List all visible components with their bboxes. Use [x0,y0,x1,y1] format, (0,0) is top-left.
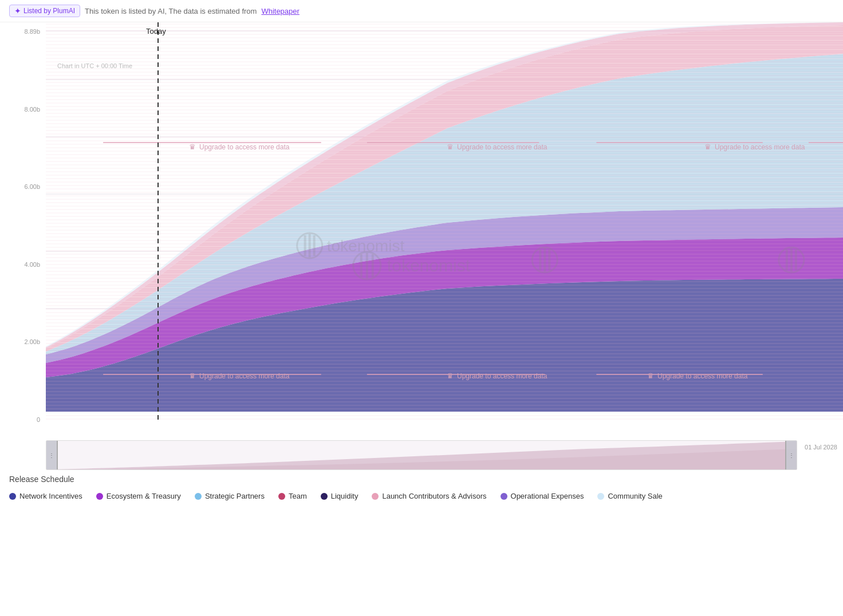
upgrade-text-5: Upgrade to access more data [457,372,547,380]
upgrade-text-6: Upgrade to access more data [657,372,747,380]
svg-text:tokenomist: tokenomist [387,256,471,275]
x-label-jul2028: 01 Jul 2028 [805,444,837,451]
legend-item: Strategic Partners [195,492,265,500]
top-bar-description: This token is listed by AI, The data is … [85,7,257,15]
legend-dot [321,493,328,500]
legend-dot [9,493,16,500]
upgrade-text-2: Upgrade to access more data [457,143,547,151]
legend-dot [195,493,202,500]
legend-label: Liquidity [331,492,359,500]
legend-label: Ecosystem & Treasury [107,492,181,500]
legend-item: Liquidity [321,492,359,500]
mini-handle-right[interactable]: ⋮ [785,441,797,469]
stripe-overlay [46,22,843,420]
upgrade-banner-3[interactable]: Upgrade to access more data [704,143,805,151]
release-schedule-label: Release Schedule [0,469,843,487]
chart-area: tokenomist tokenomist [46,22,843,440]
y-label-6b: 6.00b [0,183,40,190]
upgrade-banner-5[interactable]: Upgrade to access more data [447,372,547,380]
y-label-8_89b: 8.89b [0,28,40,35]
badge-label: Listed by PlumAI [23,7,75,15]
upgrade-text-1: Upgrade to access more data [199,143,289,151]
y-label-4b: 4.00b [0,261,40,268]
legend-container: Network Incentives Ecosystem & Treasury … [0,487,843,505]
mini-handle-left[interactable]: ⋮ [46,441,58,469]
chart-container: 8.89b 8.00b 6.00b 4.00b 2.00b 0 [0,22,843,469]
legend-dot [597,493,604,500]
chart-svg: tokenomist tokenomist [46,22,843,420]
legend-dot [278,493,285,500]
upgrade-banner-2[interactable]: Upgrade to access more data [447,143,547,151]
legend-item: Ecosystem & Treasury [96,492,181,500]
y-axis: 8.89b 8.00b 6.00b 4.00b 2.00b 0 [0,22,46,440]
legend-item: Operational Expenses [501,492,584,500]
legend-item: Network Incentives [9,492,82,500]
whitepaper-link[interactable]: Whitepaper [261,7,299,15]
plum-icon: ✦ [14,6,21,15]
today-label: Today [146,27,166,35]
upgrade-text-3: Upgrade to access more data [715,143,805,151]
upgrade-banner-4[interactable]: Upgrade to access more data [189,372,289,380]
y-label-8b: 8.00b [0,106,40,113]
y-label-2b: 2.00b [0,338,40,345]
mini-chart[interactable]: ⋮ ⋮ [46,440,797,470]
upgrade-banner-6[interactable]: Upgrade to access more data [647,372,747,380]
today-line [157,22,159,420]
y-label-0: 0 [0,416,40,423]
legend-label: Strategic Partners [205,492,265,500]
legend-label: Operational Expenses [511,492,584,500]
upgrade-banner-1[interactable]: Upgrade to access more data [189,143,289,151]
legend-label: Network Incentives [19,492,82,500]
legend-item: Community Sale [597,492,662,500]
plum-ai-badge[interactable]: ✦ Listed by PlumAI [9,5,80,17]
watermark-1: tokenomist [297,233,405,258]
chart-timezone-label: Chart in UTC + 00:00 Time [57,62,132,69]
upgrade-text-4: Upgrade to access more data [199,372,289,380]
legend-label: Launch Contributors & Advisors [382,492,486,500]
top-bar: ✦ Listed by PlumAI This token is listed … [0,0,843,22]
legend-item: Launch Contributors & Advisors [372,492,486,500]
legend-label: Team [289,492,307,500]
legend-dot [501,493,507,500]
legend-item: Team [278,492,307,500]
mini-chart-svg [46,441,797,470]
legend-dot [96,493,103,500]
legend-label: Community Sale [608,492,662,500]
legend-dot [372,493,379,500]
